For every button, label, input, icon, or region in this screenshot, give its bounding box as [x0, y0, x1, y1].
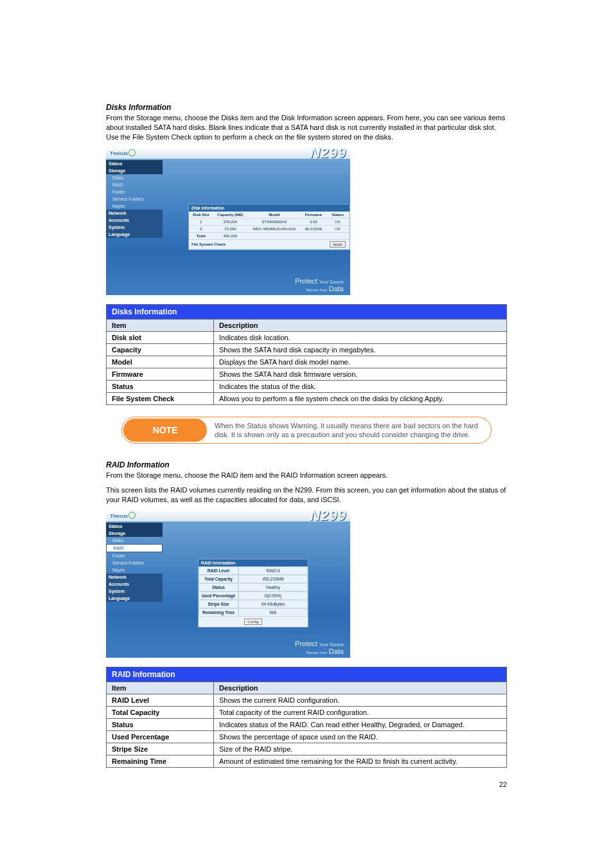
sidebar-item-folder[interactable]: Folder — [106, 552, 163, 559]
field-row: Used Percentage0(0.00%) — [199, 592, 308, 600]
sidebar-item-raid[interactable]: RAID — [106, 544, 163, 552]
sidebar-item-storage[interactable]: Storage — [106, 167, 163, 174]
table-row: Total CapacityTotal capacity of the curr… — [107, 706, 507, 718]
table-row: StatusIndicates status of the RAID. Can … — [107, 718, 507, 730]
sidebar-item-service-folders[interactable]: Service Folders — [106, 559, 163, 566]
table-row: RAID LevelShows the current RAID configu… — [107, 694, 507, 706]
section-heading: Disks Information — [106, 103, 507, 112]
col-item: Item — [107, 682, 214, 694]
sidebar-item-accounts[interactable]: Accounts — [106, 217, 163, 224]
brand-footer: Protect Your Source Secure Your Data — [106, 275, 350, 295]
sidebar-item-system[interactable]: System — [106, 588, 163, 595]
field-row: StatusHealthy — [199, 583, 308, 592]
sidebar-item-folder[interactable]: Folder — [106, 188, 163, 195]
sidebar-item-service-folders[interactable]: Service Folders — [106, 195, 163, 203]
apply-button[interactable]: Apply — [330, 241, 346, 248]
sidebar-item-network[interactable]: Network — [106, 210, 163, 217]
table-row-total: Total 450,233 — [189, 232, 350, 239]
col-disk-slot: Disk Slot — [189, 212, 213, 219]
table-title: Disks Information — [107, 304, 507, 319]
field-row: Total Capacity450,233MB — [199, 575, 308, 583]
page-number: 22 — [106, 781, 507, 788]
raid-info-table: RAID Information Item Description RAID L… — [106, 667, 507, 768]
disks-info-table: Disks Information Item Description Disk … — [106, 304, 507, 405]
col-model: Model — [247, 212, 301, 219]
field-row: Remaining TimeN/A — [199, 608, 308, 617]
section-heading: RAID Information — [106, 460, 507, 469]
sidebar-item-disks[interactable]: Disks — [106, 537, 163, 544]
table-row: Used PercentageShows the percentage of s… — [107, 730, 507, 743]
col-desc: Description — [214, 682, 507, 694]
sidebar-item-raid[interactable]: RAID — [106, 181, 163, 188]
table-title: RAID Information — [107, 667, 507, 682]
section-description: From the Storage menu, choose the RAID i… — [106, 471, 507, 480]
table-row-fsc: File System Check Apply — [189, 239, 350, 249]
disk-info-card: Disk Information Disk Slot Capacity (MB)… — [188, 204, 350, 250]
sidebar-item-storage[interactable]: Storage — [106, 530, 163, 537]
disk-table: Disk Slot Capacity (MB) Model Firmware S… — [189, 212, 350, 249]
table-row: Stripe SizeSize of the RAID stripe. — [107, 743, 507, 755]
note-callout: NOTE When the Status shows Warning, it u… — [121, 417, 492, 444]
note-text: When the Status shows Warning, it usuall… — [208, 417, 491, 444]
screenshot-disk-info: Thecus N299 Status Storage Disks RAID Fo… — [106, 147, 507, 295]
sidebar: Status Storage Disks RAID Folder Service… — [106, 159, 163, 275]
sidebar-item-language[interactable]: Language — [106, 595, 163, 602]
col-item: Item — [107, 319, 214, 331]
sidebar-item-system[interactable]: System — [106, 224, 163, 231]
table-row: CapacityShows the SATA hard disk capacit… — [107, 343, 507, 356]
sidebar-item-status[interactable]: Status — [106, 160, 163, 167]
sidebar-item-nsync[interactable]: Nsync — [106, 566, 163, 574]
field-row: Stripe Size64 KiloBytes — [199, 600, 308, 608]
table-row: Remaining TimeAmount of estimated time r… — [107, 755, 507, 767]
col-desc: Description — [214, 319, 507, 331]
config-button[interactable]: Config — [244, 619, 262, 625]
note-badge: NOTE — [123, 419, 207, 442]
field-row: RAID LevelRAID 0 — [199, 566, 308, 575]
table-row: Disk slotIndicates disk location. — [107, 331, 507, 343]
col-firmware: Firmware — [301, 212, 326, 219]
sidebar-item-network[interactable]: Network — [106, 574, 163, 581]
card-title: RAID Information — [199, 559, 308, 566]
sidebar-item-nsync[interactable]: Nsync — [106, 203, 163, 210]
sidebar-item-accounts[interactable]: Accounts — [106, 581, 163, 588]
table-row: StatusIndicates the status of the disk. — [107, 380, 507, 392]
brand-footer: Protect Your Source Secure Your Data — [106, 637, 350, 658]
table-row: ModelDisplays the SATA hard disk model n… — [107, 356, 507, 368]
sidebar-item-status[interactable]: Status — [106, 523, 163, 530]
logo: Thecus — [110, 512, 136, 519]
sidebar-item-language[interactable]: Language — [106, 231, 163, 238]
col-capacity: Capacity (MB) — [213, 212, 248, 219]
logo: Thecus — [110, 149, 136, 156]
sidebar-item-disks[interactable]: Disks — [106, 174, 163, 181]
section-description: From the Storage menu, choose the Disks … — [106, 113, 507, 142]
sidebar: Status Storage Disks RAID Folder Service… — [106, 521, 163, 637]
table-row: 2 72,009 WDC WD800JD-00LSA0 06.01D06 OK — [189, 225, 350, 232]
card-title: Disk Information — [189, 204, 350, 212]
table-row: FirmwareShows the SATA hard disk firmwar… — [107, 368, 507, 380]
screenshot-raid-info: Thecus N299 Status Storage Disks RAID Fo… — [106, 510, 507, 658]
raid-info-card: RAID Information RAID LevelRAID 0 Total … — [198, 559, 308, 628]
section-description: This screen lists the RAID volumes curre… — [106, 485, 507, 505]
col-status: Status — [326, 212, 350, 219]
table-row: 1 378,224 ST3400832AS 3.03 OK — [189, 218, 350, 225]
table-row: File System CheckAllows you to perform a… — [107, 392, 507, 404]
